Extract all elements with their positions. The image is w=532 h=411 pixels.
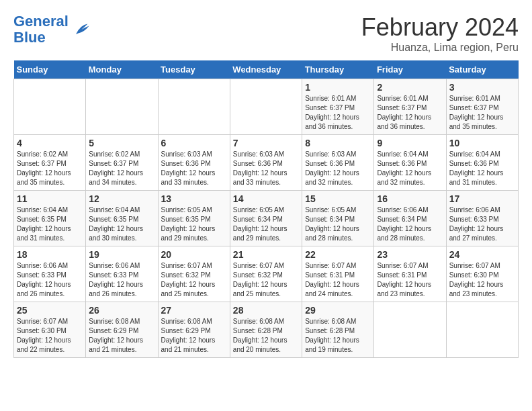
calendar-week-row: 4Sunrise: 6:02 AM Sunset: 6:37 PM Daylig… [14, 135, 519, 191]
calendar-cell: 14Sunrise: 6:05 AM Sunset: 6:34 PM Dayli… [230, 191, 302, 246]
calendar-cell: 26Sunrise: 6:08 AM Sunset: 6:29 PM Dayli… [86, 302, 158, 358]
day-detail: Sunrise: 6:06 AM Sunset: 6:34 PM Dayligh… [377, 205, 443, 243]
day-detail: Sunrise: 6:06 AM Sunset: 6:33 PM Dayligh… [449, 205, 515, 243]
day-detail: Sunrise: 6:05 AM Sunset: 6:34 PM Dayligh… [305, 205, 371, 243]
day-number: 3 [449, 82, 515, 93]
day-detail: Sunrise: 6:07 AM Sunset: 6:31 PM Dayligh… [305, 261, 371, 299]
day-detail: Sunrise: 6:07 AM Sunset: 6:30 PM Dayligh… [17, 317, 83, 355]
month-year: February 2024 [361, 13, 519, 42]
day-number: 4 [17, 138, 83, 148]
day-detail: Sunrise: 6:03 AM Sunset: 6:36 PM Dayligh… [161, 150, 227, 187]
day-detail: Sunrise: 6:07 AM Sunset: 6:32 PM Dayligh… [233, 261, 299, 299]
weekday-header-row: SundayMondayTuesdayWednesdayThursdayFrid… [14, 60, 519, 79]
page-header: General Blue February 2024 Huanza, Lima … [13, 13, 519, 54]
day-number: 23 [377, 249, 443, 260]
calendar-cell: 13Sunrise: 6:05 AM Sunset: 6:35 PM Dayli… [158, 191, 230, 246]
calendar-cell: 10Sunrise: 6:04 AM Sunset: 6:36 PM Dayli… [446, 135, 518, 191]
day-detail: Sunrise: 6:04 AM Sunset: 6:36 PM Dayligh… [449, 150, 515, 187]
logo-text: General Blue [13, 13, 69, 46]
day-number: 16 [377, 193, 443, 204]
calendar-cell: 24Sunrise: 6:07 AM Sunset: 6:30 PM Dayli… [446, 246, 518, 302]
day-number: 6 [161, 138, 227, 148]
day-number: 19 [89, 249, 154, 260]
calendar-cell: 18Sunrise: 6:06 AM Sunset: 6:33 PM Dayli… [14, 246, 86, 302]
day-number: 21 [233, 249, 299, 260]
weekday-header-wednesday: Wednesday [230, 60, 302, 79]
day-detail: Sunrise: 6:08 AM Sunset: 6:28 PM Dayligh… [233, 317, 299, 355]
calendar-cell: 3Sunrise: 6:01 AM Sunset: 6:37 PM Daylig… [446, 79, 518, 135]
calendar-cell [14, 79, 86, 135]
day-number: 8 [305, 138, 371, 148]
calendar-cell: 29Sunrise: 6:08 AM Sunset: 6:28 PM Dayli… [302, 302, 374, 358]
weekday-header-thursday: Thursday [302, 60, 374, 79]
day-detail: Sunrise: 6:07 AM Sunset: 6:32 PM Dayligh… [161, 261, 227, 299]
calendar-cell: 22Sunrise: 6:07 AM Sunset: 6:31 PM Dayli… [302, 246, 374, 302]
calendar-cell: 20Sunrise: 6:07 AM Sunset: 6:32 PM Dayli… [158, 246, 230, 302]
weekday-header-friday: Friday [374, 60, 446, 79]
day-number: 29 [305, 305, 371, 316]
day-detail: Sunrise: 6:07 AM Sunset: 6:30 PM Dayligh… [449, 261, 515, 299]
day-number: 11 [17, 193, 83, 204]
calendar-cell: 23Sunrise: 6:07 AM Sunset: 6:31 PM Dayli… [374, 246, 446, 302]
calendar-cell: 11Sunrise: 6:04 AM Sunset: 6:35 PM Dayli… [14, 191, 86, 246]
day-detail: Sunrise: 6:06 AM Sunset: 6:33 PM Dayligh… [17, 261, 83, 299]
day-number: 15 [305, 193, 371, 204]
calendar-cell: 1Sunrise: 6:01 AM Sunset: 6:37 PM Daylig… [302, 79, 374, 135]
calendar-cell: 15Sunrise: 6:05 AM Sunset: 6:34 PM Dayli… [302, 191, 374, 246]
day-detail: Sunrise: 6:04 AM Sunset: 6:35 PM Dayligh… [89, 205, 154, 243]
day-detail: Sunrise: 6:04 AM Sunset: 6:36 PM Dayligh… [377, 150, 443, 187]
day-number: 22 [305, 249, 371, 260]
logo-blue: Blue [13, 29, 46, 46]
calendar-cell: 2Sunrise: 6:01 AM Sunset: 6:37 PM Daylig… [374, 79, 446, 135]
calendar-cell: 19Sunrise: 6:06 AM Sunset: 6:33 PM Dayli… [86, 246, 158, 302]
calendar-cell: 27Sunrise: 6:08 AM Sunset: 6:29 PM Dayli… [158, 302, 230, 358]
day-detail: Sunrise: 6:07 AM Sunset: 6:31 PM Dayligh… [377, 261, 443, 299]
calendar-cell [446, 302, 518, 358]
calendar-cell: 17Sunrise: 6:06 AM Sunset: 6:33 PM Dayli… [446, 191, 518, 246]
weekday-header-monday: Monday [86, 60, 158, 79]
calendar-cell [158, 79, 230, 135]
calendar-cell: 16Sunrise: 6:06 AM Sunset: 6:34 PM Dayli… [374, 191, 446, 246]
location: Huanza, Lima region, Peru [361, 42, 519, 54]
calendar-cell: 28Sunrise: 6:08 AM Sunset: 6:28 PM Dayli… [230, 302, 302, 358]
weekday-header-sunday: Sunday [14, 60, 86, 79]
day-number: 2 [377, 82, 443, 93]
day-number: 9 [377, 138, 443, 148]
day-number: 7 [233, 138, 299, 148]
calendar-cell [374, 302, 446, 358]
day-detail: Sunrise: 6:05 AM Sunset: 6:34 PM Dayligh… [233, 205, 299, 243]
calendar-table: SundayMondayTuesdayWednesdayThursdayFrid… [13, 60, 519, 358]
day-detail: Sunrise: 6:02 AM Sunset: 6:37 PM Dayligh… [89, 150, 154, 187]
calendar-cell: 8Sunrise: 6:03 AM Sunset: 6:36 PM Daylig… [302, 135, 374, 191]
day-detail: Sunrise: 6:03 AM Sunset: 6:36 PM Dayligh… [305, 150, 371, 187]
calendar-cell: 6Sunrise: 6:03 AM Sunset: 6:36 PM Daylig… [158, 135, 230, 191]
weekday-header-saturday: Saturday [446, 60, 518, 79]
day-detail: Sunrise: 6:03 AM Sunset: 6:36 PM Dayligh… [233, 150, 299, 187]
calendar-week-row: 18Sunrise: 6:06 AM Sunset: 6:33 PM Dayli… [14, 246, 519, 302]
day-number: 17 [449, 193, 515, 204]
calendar-cell: 25Sunrise: 6:07 AM Sunset: 6:30 PM Dayli… [14, 302, 86, 358]
calendar-week-row: 1Sunrise: 6:01 AM Sunset: 6:37 PM Daylig… [14, 79, 519, 135]
day-detail: Sunrise: 6:04 AM Sunset: 6:35 PM Dayligh… [17, 205, 83, 243]
calendar-cell [86, 79, 158, 135]
calendar-cell: 5Sunrise: 6:02 AM Sunset: 6:37 PM Daylig… [86, 135, 158, 191]
logo-bird-icon [71, 20, 90, 39]
calendar-week-row: 25Sunrise: 6:07 AM Sunset: 6:30 PM Dayli… [14, 302, 519, 358]
day-number: 13 [161, 193, 227, 204]
day-number: 26 [89, 305, 154, 316]
day-detail: Sunrise: 6:01 AM Sunset: 6:37 PM Dayligh… [305, 94, 371, 132]
day-number: 25 [17, 305, 83, 316]
calendar-cell: 9Sunrise: 6:04 AM Sunset: 6:36 PM Daylig… [374, 135, 446, 191]
day-number: 1 [305, 82, 371, 93]
day-number: 20 [161, 249, 227, 260]
day-number: 28 [233, 305, 299, 316]
day-detail: Sunrise: 6:08 AM Sunset: 6:28 PM Dayligh… [305, 317, 371, 355]
calendar-cell: 12Sunrise: 6:04 AM Sunset: 6:35 PM Dayli… [86, 191, 158, 246]
calendar-week-row: 11Sunrise: 6:04 AM Sunset: 6:35 PM Dayli… [14, 191, 519, 246]
day-number: 27 [161, 305, 227, 316]
calendar-cell: 21Sunrise: 6:07 AM Sunset: 6:32 PM Dayli… [230, 246, 302, 302]
logo: General Blue [13, 13, 90, 46]
day-detail: Sunrise: 6:02 AM Sunset: 6:37 PM Dayligh… [17, 150, 83, 187]
calendar-cell: 4Sunrise: 6:02 AM Sunset: 6:37 PM Daylig… [14, 135, 86, 191]
calendar-cell [230, 79, 302, 135]
